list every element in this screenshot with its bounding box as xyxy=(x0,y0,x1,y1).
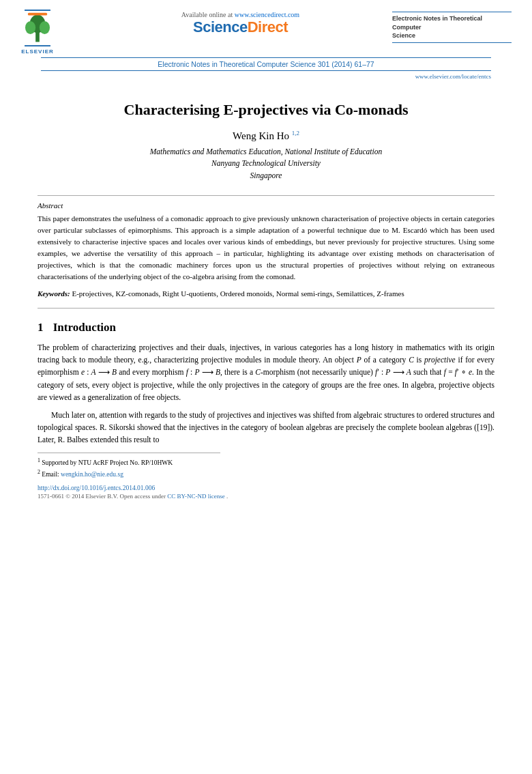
header-journal-line: Electronic Notes in Theoretical Computer… xyxy=(20,58,512,70)
section1-title: Introduction xyxy=(53,321,116,334)
elsevier-locate-link[interactable]: www.elsevier.com/locate/entcs xyxy=(415,73,491,80)
header-top-rule xyxy=(392,12,512,12)
footnote2: 2 Email: wengkin.ho@nie.edu.sg xyxy=(38,468,494,479)
author-superscripts: 1,2 xyxy=(292,130,299,137)
abstract-section: Abstract This paper demonstrates the use… xyxy=(38,201,494,300)
affiliation-line2: Nanyang Technological University xyxy=(211,159,321,167)
fn2-email[interactable]: wengkin.ho@nie.edu.sg xyxy=(61,471,123,478)
fn1-text: Supported by NTU AcRF Project No. RP/10H… xyxy=(42,459,173,466)
header-elsevier-link: www.elsevier.com/locate/entcs xyxy=(20,72,512,81)
abstract-text: This paper demonstrates the usefulness o… xyxy=(38,213,494,283)
footnote-rule xyxy=(38,453,220,453)
journal-title-right: Electronic Notes in Theoretical Computer… xyxy=(392,14,512,40)
abstract-title: Abstract xyxy=(38,201,494,210)
elsevier-logo-area: ELSEVIER xyxy=(20,10,89,55)
section1-paragraph1: The problem of characterizing projective… xyxy=(38,341,494,403)
keywords-label: Keywords: xyxy=(38,289,70,298)
author-name: Weng Kin Ho xyxy=(233,130,289,141)
abstract-bottom-rule xyxy=(38,308,494,309)
section1-number: 1 xyxy=(38,321,44,334)
copyright-text: 1571-0661 © 2014 Elsevier B.V. Open acce… xyxy=(38,493,166,500)
available-online-text: Available online at www.sciencedirect.co… xyxy=(89,11,392,18)
elsevier-brand: ELSEVIER xyxy=(21,48,54,55)
authors: Weng Kin Ho 1,2 xyxy=(38,130,494,142)
header-top-center: Available online at www.sciencedirect.co… xyxy=(89,10,392,36)
journal-line-link[interactable]: Electronic Notes in Theoretical Computer… xyxy=(158,60,374,68)
fn2-text: Email: xyxy=(42,471,59,478)
svg-point-5 xyxy=(40,21,50,34)
doi-link[interactable]: http://dx.doi.org/10.1016/j.entcs.2014.0… xyxy=(38,485,155,491)
affiliation: Mathematics and Mathematics Education, N… xyxy=(38,146,494,182)
fn2-number: 2 xyxy=(38,469,40,475)
section1-paragraph2: Much later on, attention with regards to… xyxy=(38,409,494,446)
svg-rect-6 xyxy=(28,13,47,16)
keywords-text: E-projectives, KZ-comonads, Right U-quot… xyxy=(72,289,404,298)
affiliation-line3: Singapore xyxy=(250,171,282,180)
copyright-line: 1571-0661 © 2014 Elsevier B.V. Open acce… xyxy=(38,493,494,500)
page: ELSEVIER Available online at www.science… xyxy=(0,0,532,774)
svg-rect-0 xyxy=(25,10,50,11)
section1-heading: 1 Introduction xyxy=(38,321,494,334)
header-rule-bottom xyxy=(41,70,491,71)
paper-title: Characterising E-projectives via Co-mona… xyxy=(38,101,494,119)
sciencedirect-url[interactable]: www.sciencedirect.com xyxy=(235,11,299,18)
abstract-top-rule xyxy=(38,195,494,196)
affiliation-line1: Mathematics and Mathematics Education, N… xyxy=(150,147,383,156)
main-content: Characterising E-projectives via Co-mona… xyxy=(0,81,532,513)
fn1-number: 1 xyxy=(38,457,40,463)
elsevier-logo: ELSEVIER xyxy=(20,10,55,55)
footnote1: 1 Supported by NTU AcRF Project No. RP/1… xyxy=(38,457,494,468)
header-right-box: Electronic Notes in Theoretical Computer… xyxy=(392,10,512,45)
header-top: ELSEVIER Available online at www.science… xyxy=(20,10,512,55)
elsevier-tree-icon xyxy=(20,10,55,47)
doi-footer: http://dx.doi.org/10.1016/j.entcs.2014.0… xyxy=(38,485,494,491)
license-link[interactable]: CC BY-NC-ND license xyxy=(167,493,225,500)
svg-point-4 xyxy=(25,21,35,34)
svg-rect-1 xyxy=(25,45,50,46)
header: ELSEVIER Available online at www.science… xyxy=(0,0,532,81)
sciencedirect-logo: ScienceDirect xyxy=(89,18,392,36)
keywords: Keywords: E-projectives, KZ-comonads, Ri… xyxy=(38,288,494,300)
header-bottom-rule xyxy=(392,42,512,43)
